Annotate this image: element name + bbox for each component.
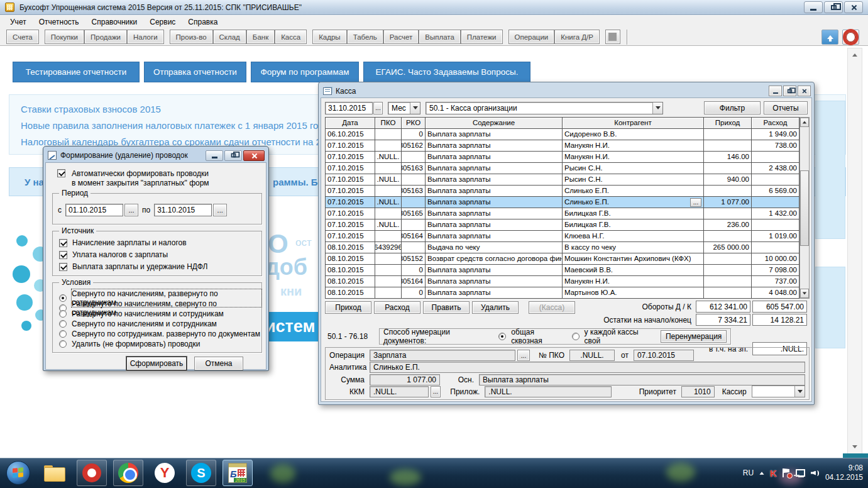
condition-radio-6[interactable] [59, 340, 67, 348]
chevron-down-icon[interactable] [410, 103, 420, 114]
toolbar-kniga[interactable]: Книга Д/Р [554, 30, 600, 44]
condition-radio-4[interactable] [59, 320, 67, 328]
toolbar-pokupki[interactable]: Покупки [45, 30, 84, 44]
table-row[interactable]: 07.10.2015 .NULL. Выплата зарплаты Билиц… [325, 219, 799, 231]
volume-icon[interactable] [811, 469, 820, 477]
taskbar-chrome[interactable] [113, 460, 143, 486]
dialog-minimize-button[interactable] [206, 150, 223, 161]
col-content[interactable]: Содержание [426, 117, 563, 129]
update-icon[interactable] [821, 30, 838, 45]
col-income[interactable]: Приход [704, 117, 752, 129]
table-row[interactable]: 07.10.2015 305162 Выплата зарплаты Манук… [325, 140, 799, 152]
kassa-period-combo[interactable]: Мес [388, 102, 420, 114]
close-button[interactable] [844, 1, 863, 13]
taskbar-explorer[interactable] [39, 460, 69, 486]
nav-button-testing[interactable]: Тестирование отчетности [13, 62, 140, 82]
menu-servis[interactable]: Сервис [143, 16, 182, 28]
table-row[interactable]: 08.10.2015 6439296 Выдача по чеку В касс… [325, 242, 799, 253]
operation-input[interactable]: Зарплата [370, 350, 515, 361]
toolbar-operacii[interactable]: Операции [508, 30, 555, 44]
numbering-option-per-kassa[interactable]: у каждой кассы свой [585, 328, 656, 345]
nav-button-forum[interactable]: Форум по программам [251, 62, 359, 82]
toolbar-kadry[interactable]: Кадры [312, 30, 346, 44]
menu-otchetnost[interactable]: Отчетность [33, 16, 85, 28]
taxes-checkbox[interactable] [59, 251, 67, 259]
col-date[interactable]: Дата [325, 117, 375, 129]
period-from-browse-button[interactable]: ... [124, 204, 138, 216]
row-browse-button[interactable]: ... [690, 198, 701, 207]
chevron-down-icon[interactable] [794, 386, 805, 397]
table-scrollbar[interactable] [799, 117, 810, 299]
cancel-button[interactable]: Отмена [194, 357, 243, 370]
period-from-input[interactable]: 01.10.2015 [65, 204, 123, 216]
kassa-date-input[interactable]: 31.10.2015 [325, 102, 373, 114]
toolbar-vyplata[interactable]: Выплата [419, 30, 461, 44]
toolbar-prodazhi[interactable]: Продажи [84, 30, 127, 44]
nav-button-send[interactable]: Отправка отчетности [144, 62, 246, 82]
auto-postings-checkbox[interactable] [57, 169, 65, 177]
col-pko[interactable]: ПКО [375, 117, 402, 129]
toolbar-nalogi[interactable]: Налоги [127, 30, 164, 44]
toolbar-bank[interactable]: Банк [246, 30, 275, 44]
basis-input[interactable]: Выплата зарплаты [479, 374, 805, 385]
restore-button[interactable] [824, 1, 843, 13]
dialog-close-button[interactable] [243, 150, 265, 161]
table-row[interactable]: 07.10.2015 .NULL. Выплата зарплаты Манук… [325, 152, 799, 163]
table-row[interactable]: 07.10.2015 305163 Выплата зарплаты Слинь… [325, 186, 799, 197]
table-row[interactable]: 07.10.2015 .NULL. Выплата зарплаты Слинь… [325, 197, 799, 208]
scroll-down-button[interactable] [800, 289, 809, 298]
income-button[interactable]: Приход [325, 301, 371, 314]
table-row[interactable]: 08.10.2015 305164 Выплата зарплаты Манук… [325, 276, 799, 287]
action-center-flag-icon[interactable] [783, 469, 790, 477]
table-row[interactable]: 06.10.2015 0 Выплата зарплаты Сидоренко … [325, 129, 799, 140]
sum-input[interactable]: 1 077.00 [370, 374, 440, 385]
language-indicator[interactable]: RU [743, 469, 754, 477]
kassa-restore-button[interactable] [783, 86, 796, 96]
kassa-account-combo[interactable]: 50.1 - Касса организации [426, 102, 663, 114]
scroll-thumb[interactable] [800, 170, 809, 246]
delete-button[interactable]: Удалить [472, 301, 519, 314]
taskbar-skype[interactable]: S [186, 460, 216, 486]
taskbar-bukhsoft[interactable]: Б2015 [222, 460, 253, 486]
condition-option-6[interactable]: Удалить (не формировать) проводки [59, 340, 200, 348]
attach-input[interactable]: .NULL. [485, 386, 611, 397]
table-row[interactable]: 08.10.2015 305152 Возврат средств соглас… [325, 253, 799, 265]
renumber-button[interactable]: Перенумерация [661, 330, 727, 343]
numbering-radio-per-kassa[interactable] [572, 333, 580, 340]
kaspersky-icon[interactable]: K [770, 468, 777, 479]
page-scrollbar[interactable] [847, 48, 862, 454]
toolbar-raschet[interactable]: Расчет [383, 30, 419, 44]
network-icon[interactable] [796, 469, 805, 477]
toolbar-square-button[interactable] [605, 30, 620, 44]
toolbar-sklad[interactable]: Склад [213, 30, 246, 44]
source-option-taxes[interactable]: Уплата налогов с зарплаты [59, 250, 168, 259]
payout-checkbox[interactable] [59, 263, 67, 271]
dialog-restore-button[interactable] [224, 150, 242, 161]
nav-button-egais[interactable]: ЕГАИС. Часто Задаваемы Вопросы. [363, 62, 530, 82]
taskbar-opera[interactable] [77, 460, 107, 486]
table-row[interactable]: 07.10.2015 305164 Выплата зарплаты Клюев… [325, 231, 799, 242]
table-row[interactable]: 07.10.2015 305163 Выплата зарплаты Рысин… [325, 163, 799, 174]
operation-browse-button[interactable]: ... [517, 350, 530, 361]
toolbar-platezhi[interactable]: Платежи [461, 30, 503, 44]
start-button[interactable] [6, 461, 30, 485]
analytics-input[interactable]: Слинько Е.П. [370, 362, 805, 373]
source-option-accrual[interactable]: Начисление зарплаты и налогов [59, 238, 187, 247]
condition-radio-3[interactable] [59, 310, 67, 318]
menu-spravochniki[interactable]: Справочники [85, 16, 144, 28]
toolbar-tabel[interactable]: Табель [347, 30, 383, 44]
scroll-up-button[interactable] [800, 118, 809, 127]
kkm-input[interactable]: .NULL. [370, 386, 429, 397]
scroll-up-icon[interactable] [852, 53, 857, 57]
condition-option-3[interactable]: Развернуто по начислениям и сотрудникам [59, 309, 224, 318]
kassa-minimize-button[interactable] [769, 86, 782, 96]
source-option-payout[interactable]: Выплата зарплаты и удержание НДФЛ [59, 262, 207, 271]
tray-expand-icon[interactable] [759, 472, 764, 475]
expense-button[interactable]: Расход [374, 301, 420, 314]
cashier-combo[interactable] [752, 385, 805, 397]
numbering-option-common[interactable]: общая сквозная [511, 328, 566, 345]
numbering-radio-common[interactable] [498, 333, 506, 340]
submit-button[interactable]: Сформировать [126, 357, 187, 370]
condition-option-4[interactable]: Свернуто по начислениям и сотрудникам [59, 319, 217, 328]
help-lifebuoy-icon[interactable] [842, 30, 859, 45]
